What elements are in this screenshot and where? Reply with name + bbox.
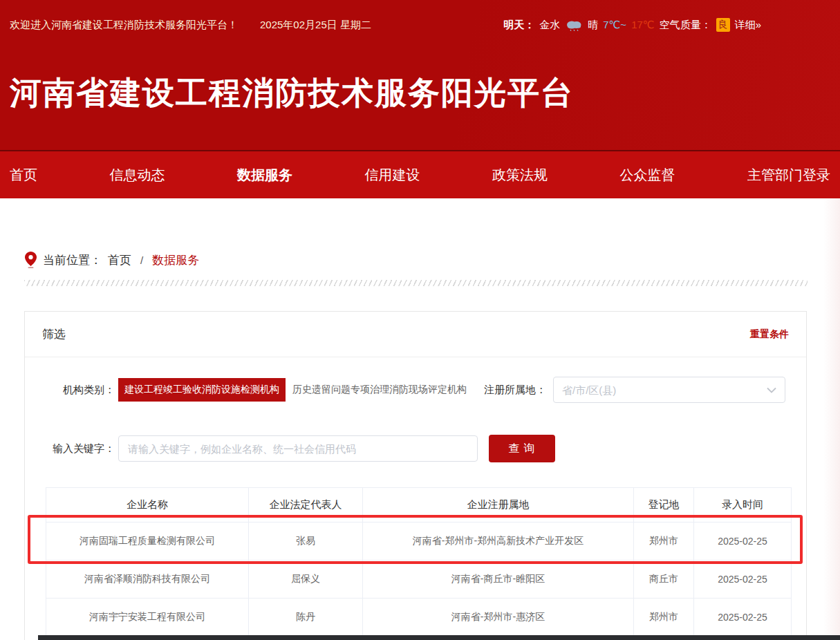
cell-entry-date: 2025-02-25: [694, 599, 792, 637]
temp-low: 7℃~: [603, 19, 626, 31]
location-pin-icon: [25, 252, 37, 268]
nav-item-policy[interactable]: 政策法规: [492, 166, 548, 185]
breadcrumb-current: 数据服务: [152, 252, 199, 268]
hatched-divider: [24, 280, 808, 286]
cell-registration-place: 郑州市: [634, 523, 694, 561]
category-tab-legacy-assessment[interactable]: 历史遗留问题专项治理消防现场评定机构: [292, 384, 467, 396]
region-label: 注册所属地：: [484, 384, 546, 397]
nav-item-news[interactable]: 信息动态: [110, 166, 165, 185]
aqi-label: 空气质量：: [660, 19, 711, 32]
temp-high: 17℃: [631, 19, 655, 31]
col-registered-address: 企业注册属地: [363, 488, 634, 523]
weather-detail-link[interactable]: 详细»: [735, 19, 761, 32]
cell-registered-address: 河南省-商丘市-睢阳区: [363, 561, 634, 599]
main-content: 当前位置： 首页 / 数据服务 筛选 重置条件 机构类别： 建设工程竣工验收消防…: [0, 250, 840, 640]
cell-legal-representative: 张易: [249, 523, 363, 561]
cell-registered-address: 河南省-郑州市-郑州高新技术产业开发区: [363, 523, 634, 561]
nav-item-credit[interactable]: 信用建设: [365, 166, 420, 185]
keyword-label: 输入关键字：: [46, 442, 115, 455]
date-text: 2025年02月25日 星期二: [260, 19, 371, 32]
keyword-input[interactable]: [118, 435, 478, 462]
col-company-name: 企业名称: [46, 488, 249, 523]
filter-panel-header: 筛选 重置条件: [25, 312, 806, 357]
cell-company-name: 河南宇宁安装工程有限公司: [46, 599, 249, 637]
topbar: 欢迎进入河南省建设工程消防技术服务阳光平台！ 2025年02月25日 星期二 明…: [0, 0, 840, 32]
cell-registration-place: 郑州市: [634, 599, 694, 637]
breadcrumb: 当前位置： 首页 / 数据服务: [25, 250, 840, 270]
region-select-input[interactable]: [562, 384, 767, 396]
cell-entry-date: 2025-02-25: [694, 523, 792, 561]
cell-registered-address: 河南省-郑州市-惠济区: [363, 599, 634, 637]
category-label: 机构类别：: [46, 384, 115, 397]
col-entry-date: 录入时间: [694, 488, 792, 523]
table-header-row: 企业名称 企业法定代表人 企业注册属地 登记地 录入时间: [46, 488, 792, 523]
weather-widget: 明天： 金水 晴 7℃~ 17℃ 空气质量： 良 详细»: [503, 18, 761, 32]
filter-panel: 筛选 重置条件 机构类别： 建设工程竣工验收消防设施检测机构 历史遗留问题专项治…: [24, 311, 807, 640]
cell-company-name: 河南省泽顺消防科技有限公司: [46, 561, 249, 599]
chevron-down-icon: [767, 387, 776, 393]
main-nav: 首页 信息动态 数据服务 信用建设 政策法规 公众监督 主管部门登录: [0, 150, 840, 198]
nav-item-data-service[interactable]: 数据服务: [237, 166, 292, 185]
nav-item-home[interactable]: 首页: [10, 166, 37, 185]
cell-company-name: 河南固瑞工程质量检测有限公司: [46, 523, 249, 561]
table-row[interactable]: 河南固瑞工程质量检测有限公司 张易 河南省-郑州市-郑州高新技术产业开发区 郑州…: [46, 523, 792, 561]
cell-registration-place: 商丘市: [634, 561, 694, 599]
cell-legal-representative: 陈丹: [249, 599, 363, 637]
category-filter-row: 机构类别： 建设工程竣工验收消防设施检测机构 历史遗留问题专项治理消防现场评定机…: [46, 377, 785, 403]
welcome-text: 欢迎进入河南省建设工程消防技术服务阳光平台！: [10, 19, 238, 32]
keyword-filter-row: 输入关键字： 查 询: [46, 435, 785, 462]
cloud-icon: [565, 19, 583, 31]
region-select[interactable]: [553, 377, 785, 403]
aqi-badge: 良: [716, 18, 730, 32]
table-row[interactable]: 河南宇宁安装工程有限公司 陈丹 河南省-郑州市-惠济区 郑州市 2025-02-…: [46, 599, 792, 637]
company-table: 企业名称 企业法定代表人 企业注册属地 登记地 录入时间 河南固瑞工程质量检测有…: [46, 487, 792, 637]
cell-legal-representative: 屈保义: [249, 561, 363, 599]
col-registration-place: 登记地: [634, 488, 694, 523]
breadcrumb-separator: /: [140, 254, 143, 266]
cell-entry-date: 2025-02-25: [694, 561, 792, 599]
hero-header: 欢迎进入河南省建设工程消防技术服务阳光平台！ 2025年02月25日 星期二 明…: [0, 0, 840, 150]
nav-item-supervision[interactable]: 公众监督: [620, 166, 675, 185]
filter-panel-body: 机构类别： 建设工程竣工验收消防设施检测机构 历史遗留问题专项治理消防现场评定机…: [25, 357, 806, 637]
region-filter-group: 注册所属地：: [484, 377, 785, 403]
breadcrumb-home-link[interactable]: 首页: [108, 252, 131, 268]
weather-tomorrow-label: 明天：: [503, 19, 534, 32]
col-legal-representative: 企业法定代表人: [249, 488, 363, 523]
weather-district: 金水: [539, 19, 560, 32]
category-tab-detection-agency[interactable]: 建设工程竣工验收消防设施检测机构: [118, 378, 286, 402]
filter-title: 筛选: [42, 326, 66, 342]
weather-condition: 晴: [588, 19, 598, 32]
page-title: 河南省建设工程消防技术服务阳光平台: [10, 72, 840, 115]
table-row[interactable]: 河南省泽顺消防科技有限公司 屈保义 河南省-商丘市-睢阳区 商丘市 2025-0…: [46, 561, 792, 599]
nav-item-admin-login[interactable]: 主管部门登录: [747, 166, 830, 185]
reset-filters-link[interactable]: 重置条件: [750, 328, 789, 341]
bottom-window-edge: [38, 635, 840, 640]
breadcrumb-label: 当前位置：: [43, 252, 102, 268]
search-button[interactable]: 查 询: [489, 435, 555, 462]
